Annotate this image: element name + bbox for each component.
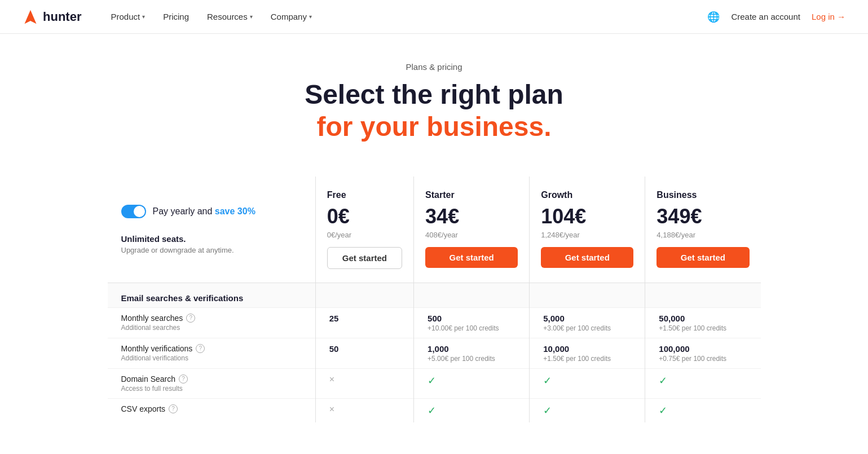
unlimited-seats-label: Unlimited seats.	[121, 234, 302, 244]
hero-title-line1: Select the right plan	[305, 80, 563, 109]
toggle-cell: Pay yearly and save 30% Unlimited seats.…	[107, 176, 315, 283]
monthly-verifications-starter-value: 1,000	[428, 344, 515, 354]
globe-icon[interactable]: 🌐	[707, 11, 720, 23]
toggle-label-text: Pay yearly and	[153, 206, 213, 216]
csv-exports-growth-check-icon: ✓	[543, 405, 552, 416]
toggle-row: Pay yearly and save 30% Unlimited seats.…	[107, 176, 761, 283]
monthly-verifications-free-value: 50	[329, 344, 400, 354]
domain-search-starter: ✓	[414, 368, 530, 398]
plan-free-header: Free 0€ 0€/year Get started	[315, 176, 413, 283]
nav-company[interactable]: Company ▾	[264, 8, 319, 25]
feature-monthly-verifications-label: Monthly verifications ? Additional verif…	[107, 338, 315, 368]
domain-search-starter-check-icon: ✓	[428, 375, 436, 386]
toggle-save-text: save 30%	[215, 206, 255, 216]
plan-free-cta[interactable]: Get started	[327, 247, 402, 269]
toggle-container: Pay yearly and save 30%	[121, 205, 302, 218]
plan-free-price-year: 0€/year	[327, 231, 402, 239]
csv-exports-info-icon[interactable]: ?	[169, 404, 178, 413]
feature-csv-exports: CSV exports ? × ✓ ✓ ✓	[107, 398, 761, 422]
plan-starter-cta[interactable]: Get started	[425, 247, 518, 268]
monthly-searches-starter: 500 +10.00€ per 100 credits	[414, 307, 530, 338]
feature-domain-search-label: Domain Search ? Access to full results	[107, 368, 315, 398]
hero-subtitle: Plans & pricing	[11, 62, 857, 72]
plan-growth-header: Growth 104€ 1,248€/year Get started	[530, 176, 645, 283]
plan-business-name: Business	[656, 190, 749, 200]
plan-growth-name: Growth	[541, 190, 633, 200]
monthly-verifications-growth: 10,000 +1.50€ per 100 credits	[530, 338, 645, 368]
monthly-searches-info-icon[interactable]: ?	[186, 314, 195, 323]
monthly-searches-growth-value: 5,000	[543, 314, 631, 323]
feature-monthly-searches: Monthly searches ? Additional searches 2…	[107, 307, 761, 338]
monthly-verifications-growth-extra: +1.50€ per 100 credits	[543, 355, 631, 363]
csv-exports-growth: ✓	[530, 398, 645, 422]
plan-growth-price-year: 1,248€/year	[541, 231, 633, 239]
monthly-searches-business-extra: +1.50€ per 100 credits	[659, 324, 747, 332]
logo-link[interactable]: hunter	[23, 9, 81, 25]
csv-exports-starter-check-icon: ✓	[428, 405, 436, 416]
nav-right: 🌐 Create an account Log in →	[707, 11, 845, 23]
yearly-toggle[interactable]	[121, 205, 146, 218]
nav-links: Product ▾ Pricing Resources ▾ Company ▾	[104, 8, 707, 25]
monthly-searches-free: 25	[315, 307, 413, 338]
toggle-label: Pay yearly and save 30%	[153, 206, 255, 217]
monthly-verifications-business-extra: +0.75€ per 100 credits	[659, 355, 747, 363]
feature-monthly-verifications: Monthly verifications ? Additional verif…	[107, 338, 761, 368]
section-email-label: Email searches & verifications	[107, 283, 315, 307]
nav-company-chevron-icon: ▾	[309, 14, 312, 20]
monthly-verifications-starter-extra: +5.00€ per 100 credits	[428, 355, 515, 363]
nav-pricing[interactable]: Pricing	[156, 8, 196, 25]
upgrade-label: Upgrade or downgrade at anytime.	[121, 246, 302, 254]
plan-growth-price-value: 104€	[541, 205, 586, 228]
domain-search-free: ×	[315, 368, 413, 398]
domain-search-growth: ✓	[530, 368, 645, 398]
create-account-link[interactable]: Create an account	[731, 12, 800, 21]
nav-product[interactable]: Product ▾	[104, 8, 152, 25]
domain-search-growth-check-icon: ✓	[543, 375, 552, 386]
hero-title: Select the right plan for your business.	[11, 78, 857, 142]
plan-free-name: Free	[327, 190, 402, 200]
csv-exports-starter: ✓	[414, 398, 530, 422]
csv-exports-name: CSV exports	[121, 404, 166, 413]
plan-starter-name: Starter	[425, 190, 518, 200]
feature-domain-search: Domain Search ? Access to full results ×…	[107, 368, 761, 398]
plan-business-price-value: 349€	[656, 205, 702, 228]
plan-growth-price: 104€	[541, 205, 633, 228]
monthly-searches-business: 50,000 +1.50€ per 100 credits	[645, 307, 761, 338]
monthly-verifications-starter: 1,000 +5.00€ per 100 credits	[414, 338, 530, 368]
monthly-verifications-business-value: 100,000	[659, 344, 747, 354]
plan-starter-price-value: 34€	[425, 205, 459, 228]
domain-search-name: Domain Search	[121, 374, 176, 384]
monthly-verifications-growth-value: 10,000	[543, 344, 631, 354]
monthly-searches-free-value: 25	[329, 314, 400, 323]
plan-starter-header: Starter 34€ 408€/year Get started	[414, 176, 530, 283]
svg-marker-0	[25, 10, 37, 24]
monthly-searches-growth-extra: +3.00€ per 100 credits	[543, 324, 631, 332]
hero-section: Plans & pricing Select the right plan fo…	[0, 34, 868, 159]
domain-search-free-cross-icon: ×	[329, 374, 334, 384]
seats-info: Unlimited seats. Upgrade or downgrade at…	[121, 234, 302, 254]
monthly-verifications-info-icon[interactable]: ?	[196, 344, 205, 353]
nav-pricing-label: Pricing	[163, 12, 189, 21]
monthly-verifications-free: 50	[315, 338, 413, 368]
nav-product-chevron-icon: ▾	[142, 14, 145, 20]
domain-search-business-check-icon: ✓	[659, 375, 667, 386]
csv-exports-free: ×	[315, 398, 413, 422]
plan-business-cta[interactable]: Get started	[656, 247, 749, 268]
plan-free-price-value: 0€	[327, 205, 350, 228]
plan-growth-cta[interactable]: Get started	[541, 247, 633, 268]
plan-starter-price-year: 408€/year	[425, 231, 518, 239]
login-link[interactable]: Log in →	[812, 12, 845, 21]
csv-exports-free-cross-icon: ×	[329, 404, 334, 414]
plan-business-header: Business 349€ 4,188€/year Get started	[645, 176, 761, 283]
monthly-verifications-business: 100,000 +0.75€ per 100 credits	[645, 338, 761, 368]
monthly-searches-name: Monthly searches	[121, 314, 183, 323]
plan-free-price: 0€	[327, 205, 402, 228]
toggle-knob	[134, 206, 145, 217]
nav-resources[interactable]: Resources ▾	[200, 8, 259, 25]
monthly-searches-starter-extra: +10.00€ per 100 credits	[428, 324, 515, 332]
hero-title-line2: for your business.	[316, 112, 551, 142]
csv-exports-business: ✓	[645, 398, 761, 422]
monthly-verifications-sub: Additional verifications	[121, 354, 302, 362]
domain-search-info-icon[interactable]: ?	[179, 374, 188, 384]
domain-search-sub: Access to full results	[121, 385, 302, 393]
